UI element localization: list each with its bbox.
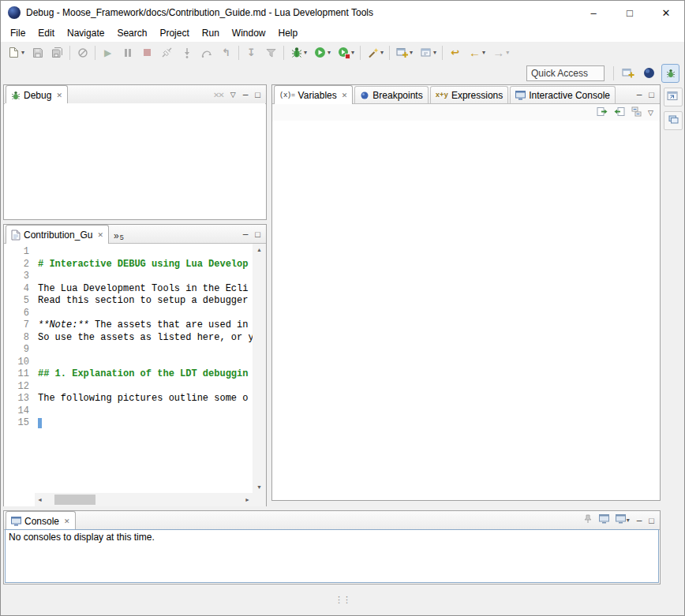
code-line[interactable]: # Interactive DEBUG using Lua Develop [38,259,253,271]
new-wizard-button[interactable]: ▾ [393,43,415,62]
code-line[interactable]: So use the assets as listed here, or y [38,332,253,345]
maximize-view-icon[interactable]: □ [649,90,654,99]
menu-run[interactable]: Run [196,26,226,40]
scroll-up-icon[interactable]: ▲ [254,244,264,256]
menu-navigate[interactable]: Navigate [61,26,110,40]
dropdown-arrow-icon[interactable]: ▾ [380,49,384,56]
open-element-button[interactable]: ▾ [417,43,439,62]
line-number: 15 [4,417,34,430]
open-console-button[interactable]: ▾ [616,514,630,526]
menu-edit[interactable]: Edit [32,26,61,40]
open-search-button[interactable]: ▾ [364,43,386,62]
restore-minimized-view-1-button[interactable] [664,88,683,106]
tab-icon [11,230,21,241]
close-tab-icon[interactable]: ✕ [56,91,62,99]
code-line[interactable] [38,357,253,369]
view-menu-icon[interactable]: ▽ [648,109,653,117]
scroll-right-icon[interactable]: ► [242,494,253,506]
back-button[interactable]: ←▾ [466,43,488,62]
menu-project[interactable]: Project [153,26,195,40]
debug-view-panel: Debug✕ ✕✕ ▽ – □ [3,84,267,220]
show-detail-pane-button[interactable] [597,106,608,119]
ldt-perspective-button[interactable] [640,64,658,83]
run-button[interactable]: ▾ [311,43,333,62]
debug-button[interactable]: ▾ [287,43,309,62]
code-line[interactable]: **Note:** The assets that are used in [38,319,253,332]
dropdown-arrow-icon[interactable]: ▾ [328,49,331,56]
code-line[interactable] [38,405,253,418]
maximize-window-button[interactable]: □ [612,1,648,24]
tab-breakpoints[interactable]: Breakpoints [354,86,428,103]
tab-variables[interactable]: (x)=Variables✕ [274,85,353,104]
quick-access-input[interactable]: Quick Access [526,65,605,81]
dropdown-arrow-icon[interactable]: ▾ [351,49,354,56]
debug-perspective-icon [664,66,677,80]
tab-expressions[interactable]: x+yExpressions [430,86,509,103]
menu-file[interactable]: File [4,26,32,40]
code-line[interactable]: Read this section to setup a debugger [38,295,253,308]
minimized-views-trim [662,84,683,509]
show-logical-structure-button[interactable] [614,106,625,119]
app-icon [8,6,21,19]
close-tab-icon[interactable]: ✕ [64,517,70,525]
new-button[interactable]: ▾ [5,43,27,62]
editor-tab-overflow[interactable]: » 5 [114,230,124,243]
minimize-view-icon[interactable]: – [243,229,249,240]
dropdown-arrow-icon[interactable]: ▾ [506,49,509,56]
dropdown-arrow-icon[interactable]: ▾ [482,49,485,56]
menu-search[interactable]: Search [110,26,153,40]
scrollbar-thumb[interactable] [54,495,95,505]
code-area[interactable]: 123456789101112131415 # Interactive DEBU… [4,244,253,493]
previous-edit-location-button[interactable]: ↩ [446,43,464,62]
debug-perspective-button[interactable] [661,64,679,83]
code-line[interactable] [38,344,253,357]
code-text[interactable]: # Interactive DEBUG using Lua DevelopThe… [34,244,253,493]
code-line[interactable] [38,246,253,259]
tab-icon [360,91,369,100]
tab-interactive-console[interactable]: Interactive Console [510,86,616,103]
code-line[interactable]: The following pictures outline some o [38,393,253,405]
close-tab-icon[interactable]: ✕ [97,231,103,239]
vertical-scrollbar[interactable]: ▲ ▼ [253,244,266,493]
maximize-view-icon[interactable]: □ [649,516,654,525]
menu-window[interactable]: Window [226,26,272,40]
scroll-down-icon[interactable]: ▼ [254,481,264,493]
open-perspective-button[interactable] [619,64,637,83]
step-over-icon [200,46,213,59]
maximize-view-icon[interactable]: □ [255,90,260,99]
scroll-left-icon[interactable]: ◄ [35,494,45,506]
code-line[interactable] [38,308,253,320]
line-number: 1 [4,246,34,259]
code-line[interactable] [38,381,253,394]
close-window-button[interactable]: ✕ [648,1,684,24]
horizontal-scrollbar[interactable]: ◄ ► [35,493,253,506]
dropdown-arrow-icon[interactable]: ▾ [21,49,24,56]
dropdown-arrow-icon[interactable]: ▾ [304,49,307,56]
tab-contribution-gu[interactable]: Contribution_Gu✕ [6,225,109,244]
view-menu-icon[interactable]: ▽ [230,91,236,99]
code-line[interactable] [38,271,253,283]
toolbar-separator [95,46,95,60]
minimize-view-icon[interactable]: – [243,89,249,100]
code-line[interactable] [38,417,253,430]
minimize-view-icon[interactable]: – [637,515,642,526]
collapse-all-button[interactable] [631,106,642,119]
collapse-all-icon [631,106,642,119]
previous-edit-location-icon: ↩ [448,46,462,59]
dropdown-arrow-icon[interactable]: ▾ [627,517,630,524]
menu-help[interactable]: Help [272,26,305,40]
dropdown-arrow-icon[interactable]: ▾ [433,49,436,56]
close-tab-icon[interactable]: ✕ [342,91,348,99]
minimize-view-icon[interactable]: – [637,89,642,100]
minimize-window-button[interactable]: – [575,1,612,24]
tab-debug[interactable]: Debug✕ [6,85,68,104]
dropdown-arrow-icon[interactable]: ▾ [410,49,413,56]
resize-gripper-icon[interactable]: ⋮⋮ [335,595,350,605]
maximize-view-icon[interactable]: □ [255,230,260,239]
external-tools-button[interactable]: ▾ [335,43,357,62]
code-line[interactable]: The Lua Development Tools in the Ecli [38,283,253,296]
variables-view-panel: (x)=Variables✕Breakpointsx+yExpressionsI… [271,84,661,501]
restore-minimized-view-2-button[interactable] [664,111,683,130]
tab-console[interactable]: Console✕ [6,511,76,530]
code-line[interactable]: ## 1. Explanation of the LDT debuggin [38,368,253,381]
